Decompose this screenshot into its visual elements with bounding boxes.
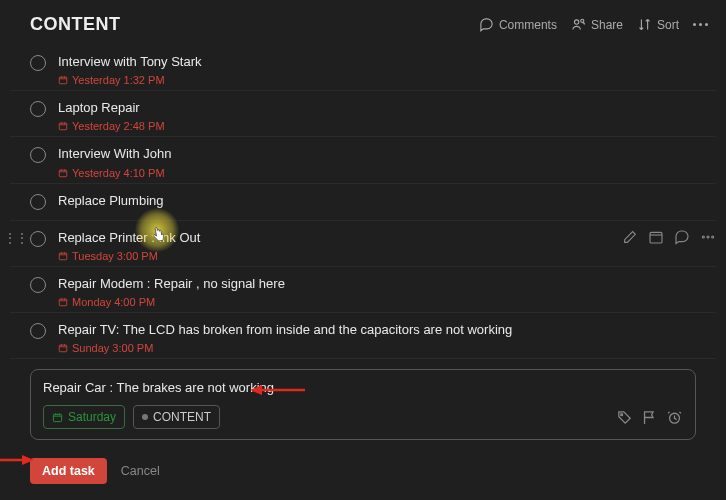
svg-point-9 — [712, 236, 714, 238]
more-button[interactable] — [693, 23, 708, 26]
comments-button[interactable]: Comments — [479, 17, 557, 32]
schedule-icon[interactable] — [648, 229, 664, 245]
complete-checkbox[interactable] — [30, 194, 46, 210]
task-date: Yesterday 4:10 PM — [58, 167, 696, 179]
svg-rect-10 — [59, 299, 67, 306]
share-label: Share — [591, 18, 623, 32]
editor-buttons: Add task Cancel — [0, 450, 726, 492]
svg-rect-2 — [59, 77, 67, 84]
svg-rect-6 — [650, 232, 662, 243]
task-date: Yesterday 2:48 PM — [58, 120, 696, 132]
calendar-icon — [58, 251, 68, 261]
schedule-chip[interactable]: Saturday — [43, 405, 125, 429]
header-actions: Comments Share Sort — [479, 17, 708, 32]
task-date: Monday 4:00 PM — [58, 296, 696, 308]
priority-flag-icon[interactable] — [641, 409, 658, 426]
complete-checkbox[interactable] — [30, 55, 46, 71]
page-title: CONTENT — [30, 14, 121, 35]
task-body: Interview with Tony StarkYesterday 1:32 … — [58, 53, 696, 86]
dot-icon — [705, 23, 708, 26]
complete-checkbox[interactable] — [30, 323, 46, 339]
sort-button[interactable]: Sort — [637, 17, 679, 32]
editor-chips-row: Saturday CONTENT — [43, 405, 683, 429]
project-dot-icon — [142, 414, 148, 420]
task-body: Replace Plumbing — [58, 192, 696, 210]
calendar-icon — [58, 343, 68, 353]
complete-checkbox[interactable] — [30, 101, 46, 117]
task-body: Interview With JohnYesterday 4:10 PM — [58, 145, 696, 178]
task-body: Repair Modem : Repair , no signal hereMo… — [58, 275, 696, 308]
svg-point-1 — [581, 19, 584, 22]
task-body: Laptop RepairYesterday 2:48 PM — [58, 99, 696, 132]
comment-icon[interactable] — [674, 229, 690, 245]
task-title: Replace Plumbing — [58, 192, 696, 210]
svg-rect-5 — [59, 253, 67, 260]
comments-label: Comments — [499, 18, 557, 32]
task-row[interactable]: ⋮⋮Repair Modem : Repair , no signal here… — [10, 267, 716, 313]
svg-rect-3 — [59, 123, 67, 130]
complete-checkbox[interactable] — [30, 277, 46, 293]
sort-label: Sort — [657, 18, 679, 32]
task-row[interactable]: ⋮⋮Interview with Tony StarkYesterday 1:3… — [10, 45, 716, 91]
dot-icon — [699, 23, 702, 26]
task-list: ⋮⋮Interview with Tony StarkYesterday 1:3… — [0, 45, 726, 359]
svg-rect-4 — [59, 170, 67, 177]
drag-handle-icon[interactable]: ⋮⋮ — [4, 231, 28, 245]
calendar-icon — [52, 412, 63, 423]
project-chip[interactable]: CONTENT — [133, 405, 220, 429]
task-hover-actions — [622, 229, 716, 245]
label-icon[interactable] — [616, 409, 633, 426]
share-icon — [571, 17, 586, 32]
task-title: Repair TV: The LCD has broken from insid… — [58, 321, 696, 339]
cancel-button[interactable]: Cancel — [121, 464, 160, 478]
task-date: Yesterday 1:32 PM — [58, 74, 696, 86]
svg-point-13 — [621, 414, 623, 416]
task-date: Sunday 3:00 PM — [58, 342, 696, 354]
add-task-button[interactable]: Add task — [30, 458, 107, 484]
share-button[interactable]: Share — [571, 17, 623, 32]
sort-icon — [637, 17, 652, 32]
comment-icon — [479, 17, 494, 32]
complete-checkbox[interactable] — [30, 147, 46, 163]
more-icon[interactable] — [700, 229, 716, 245]
calendar-icon — [58, 121, 68, 131]
edit-icon[interactable] — [622, 229, 638, 245]
complete-checkbox[interactable] — [30, 231, 46, 247]
svg-point-7 — [702, 236, 704, 238]
calendar-icon — [58, 75, 68, 85]
new-task-editor: Saturday CONTENT — [30, 369, 696, 440]
task-title: Interview with Tony Stark — [58, 53, 696, 71]
task-row[interactable]: ⋮⋮Replace Plumbing — [10, 184, 716, 221]
task-title: Replace Printer : Ink Out — [58, 229, 696, 247]
task-row[interactable]: ⋮⋮Interview With JohnYesterday 4:10 PM — [10, 137, 716, 183]
task-date: Tuesday 3:00 PM — [58, 250, 696, 262]
task-row[interactable]: ⋮⋮Repair TV: The LCD has broken from ins… — [10, 313, 716, 359]
task-row[interactable]: ⋮⋮Laptop RepairYesterday 2:48 PM — [10, 91, 716, 137]
svg-rect-12 — [53, 414, 61, 421]
schedule-label: Saturday — [68, 410, 116, 424]
svg-rect-11 — [59, 345, 67, 352]
project-label: CONTENT — [153, 410, 211, 424]
task-row[interactable]: ⋮⋮Replace Printer : Ink OutTuesday 3:00 … — [10, 221, 716, 267]
svg-point-8 — [707, 236, 709, 238]
calendar-icon — [58, 297, 68, 307]
task-body: Replace Printer : Ink OutTuesday 3:00 PM — [58, 229, 696, 262]
dot-icon — [693, 23, 696, 26]
svg-point-0 — [574, 20, 578, 24]
task-body: Repair TV: The LCD has broken from insid… — [58, 321, 696, 354]
task-name-input[interactable] — [43, 380, 683, 395]
calendar-icon — [58, 168, 68, 178]
task-title: Repair Modem : Repair , no signal here — [58, 275, 696, 293]
header-bar: CONTENT Comments Share Sort — [0, 0, 726, 45]
task-title: Laptop Repair — [58, 99, 696, 117]
task-title: Interview With John — [58, 145, 696, 163]
reminder-icon[interactable] — [666, 409, 683, 426]
